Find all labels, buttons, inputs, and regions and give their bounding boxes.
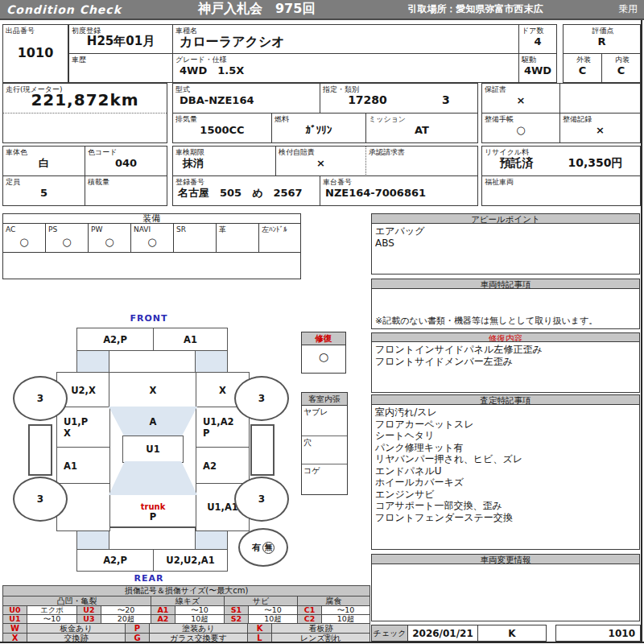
front-bumper-left: A2,P [76, 328, 154, 351]
equipment-navi: NAVI ○ [130, 223, 174, 253]
repair-line: フロントインサイドパネル左修正歪み [375, 344, 636, 356]
equipment-ps-label: PS [46, 224, 88, 233]
chassis-number-value: NZE164-7006861 [320, 186, 477, 200]
registration-number-value: 名古屋 505 め 2567 [173, 186, 320, 200]
insurance-value: × [276, 156, 365, 170]
equipment-ac: AC ○ [2, 223, 46, 253]
equipment-empty-row [2, 252, 301, 279]
equipment-lhd: 左ﾊﾝﾄﾞﾙ [258, 223, 301, 253]
maintenance-book-value: ○ [482, 123, 559, 137]
interior-grade-value: C [602, 64, 640, 77]
class-number-value2: 3 [442, 93, 450, 106]
maintenance-record-value: × [560, 123, 640, 137]
doors-label: ドア数 [519, 25, 556, 35]
assessment-line: リヤバンパー押され、ヒビ、ズレ [375, 453, 636, 465]
car-body-outline: U2,X X X U1,P X A1 U1,A2 P A2 U1,A1 A U1… [56, 372, 248, 528]
warranty-cell: 保証書 × [481, 83, 560, 114]
legend-code: S2 [225, 615, 249, 624]
damage-legend-table: 損傷記号＆損傷サイズ(〜最大cm) 凸凹・亀裂 線キズ サビ 腐食 U0エクボ … [2, 585, 370, 624]
trunk-label: trunk [141, 502, 166, 511]
legend-code: U0 [3, 606, 27, 615]
maintenance-book-cell: 整備手帳 ○ [481, 113, 560, 143]
mileage-cell: 走行(現メーター) 221,872km [2, 83, 167, 143]
inspection-value: 抹消 [173, 156, 275, 170]
first-registration-cell: 初度登録 H25年01月 [68, 24, 173, 54]
legend-code: S1 [225, 606, 249, 615]
legend-title: 損傷記号＆損傷サイズ(〜最大cm) [3, 586, 370, 597]
repair-line: フロントサイドメンバー左歪み [375, 356, 636, 368]
cabin-interior-row-tear: ヤブレ [302, 406, 347, 436]
warranty-spare-cell [559, 83, 641, 114]
equipment-sr: SR [173, 223, 217, 253]
doors-value: 4 [519, 35, 556, 48]
displacement-label: 排気量 [173, 114, 271, 123]
legend-group-rust: サビ [225, 597, 298, 606]
front-direction-label: FRONT [121, 313, 177, 324]
repair-details-box: フロントインサイドパネル左修正歪み フロントサイドメンバー左歪み [371, 341, 640, 393]
assessment-line: フロアカーペットスレ [375, 419, 636, 431]
rear-bumper-right: U2,U2,A1 [153, 549, 228, 572]
equipment-pw-value: ○ [89, 236, 130, 248]
tire-front-right: 3 [234, 376, 289, 421]
windshield: A [109, 407, 197, 437]
taillight-right [195, 528, 228, 550]
displacement-cell: 排気量 1500CC [172, 113, 272, 143]
check-date: 2026/01/21 [407, 625, 478, 642]
rear-direction-label: REAR [121, 573, 177, 584]
legend-size: 〜10 [27, 615, 77, 624]
body-color-value: 白 [3, 156, 85, 170]
class-number-cell: 指定・類別 17280 3 [320, 83, 478, 114]
spare-tire-no-circled: 無 [262, 542, 275, 554]
legend-code: U2 [77, 606, 101, 615]
legend-size: 〜10 [175, 606, 225, 615]
repair-flag-value: ○ [302, 350, 345, 363]
model-name-cell: 車種名 カローラアクシオ [172, 24, 519, 54]
rear-window [109, 461, 197, 495]
recycle-fee-cell: リサイクル料 預託済 10,350円 [481, 146, 641, 176]
legend-code: U3 [77, 615, 101, 624]
assessment-line: パンク修理キット有 [375, 442, 636, 454]
trunk: trunk P [109, 495, 197, 530]
assessment-line: エンジンサビ [375, 489, 636, 501]
maintenance-record-label: 整備記録 [560, 114, 640, 123]
door-left-front-code1: U1,P [64, 416, 88, 427]
tire-front-left: 3 [13, 376, 68, 421]
assessment-line: フロントフェンダーステー交換 [375, 512, 636, 524]
color-code-cell: 色コード 040 [85, 146, 167, 176]
drive-cell: 駆動 4WD [518, 53, 557, 83]
drive-label: 駆動 [519, 54, 556, 64]
equipment-navi-label: NAVI [131, 224, 173, 233]
legend-size: エクボ [27, 606, 77, 615]
chassis-number-label: 車台番号 [320, 176, 477, 186]
legend-code: A2 [151, 615, 175, 624]
legend-size: 〜10 [322, 606, 370, 615]
insurance-label: 検付自賠責 [276, 147, 365, 156]
equipment-pw-label: PW [89, 224, 130, 233]
transmission-label: ミッション [366, 114, 477, 123]
equipment-ps: PS ○ [45, 223, 89, 253]
model-code-label: 型式 [173, 84, 320, 93]
equipment-leather: 革 [216, 223, 259, 253]
equipment-navi-value: ○ [131, 236, 173, 248]
assessment-line: ホイールカバーキズ [375, 477, 636, 489]
approval-label: 承認請求書 [366, 147, 477, 156]
chassis-number-cell: 車台番号 NZE164-7006861 [320, 175, 478, 206]
legend-group-scratch: 線キズ [151, 597, 225, 606]
door-right-rear: A2 [196, 447, 250, 485]
lot-number-value: 1010 [3, 46, 68, 60]
tire-rear-left: 3 [13, 477, 68, 522]
class-number-label: 指定・類別 [320, 84, 477, 93]
fuel-value: ｶﾞｿﾘﾝ [272, 123, 365, 137]
mark-code: W [3, 624, 27, 634]
tire-rear-right: 3 [234, 477, 289, 522]
capacity-value: 5 [3, 186, 85, 200]
headlight-right [195, 350, 228, 373]
registration-number-cell: 登録番号 名古屋 505 め 2567 [172, 175, 320, 206]
equipment-sr-label: SR [174, 224, 216, 233]
body-color-cell: 車体色 白 [2, 146, 85, 176]
spare-tire-yes: 有 [252, 542, 261, 554]
check-label-cell: チェック [371, 625, 408, 642]
vehicle-changes-box [371, 564, 640, 621]
color-code-label: 色コード [85, 147, 167, 156]
door-right-rear-code: A2 [203, 460, 217, 472]
